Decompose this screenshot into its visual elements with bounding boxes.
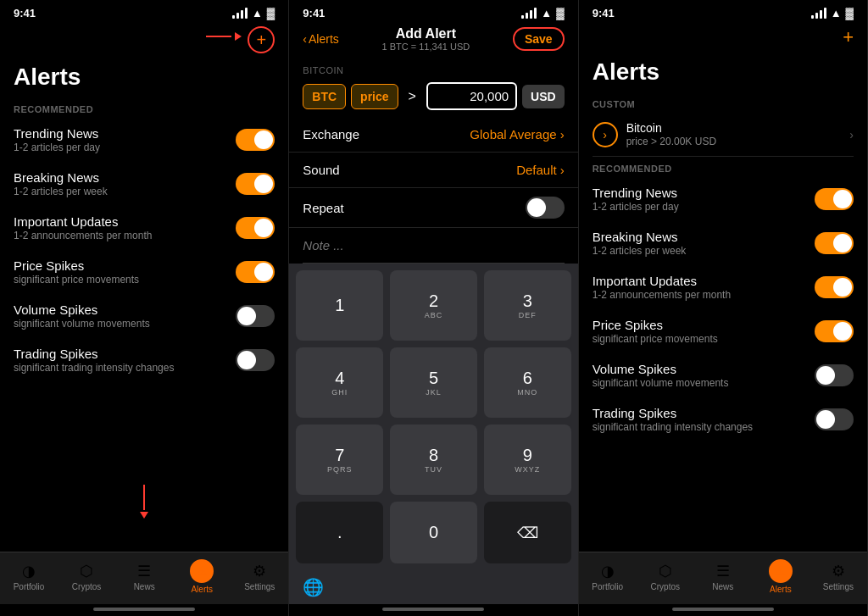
- battery-icon-3: ▓: [846, 7, 854, 19]
- nav-alerts-3[interactable]: ⚠ Alerts: [760, 559, 802, 594]
- key-5[interactable]: 5 JKL: [390, 347, 477, 418]
- custom-alert-bitcoin[interactable]: › Bitcoin price > 20.00K USD ›: [579, 113, 867, 156]
- nav-news-1[interactable]: ☰ News: [123, 562, 165, 591]
- status-bar-1: 9:41 ▲ ▓: [0, 0, 288, 23]
- alert-item-trading-spikes-1: Trading Spikes significant trading inten…: [0, 338, 288, 382]
- signal-icon-2: [521, 8, 537, 19]
- time-3: 9:41: [593, 7, 615, 19]
- exchange-value: Global Average ›: [470, 127, 564, 142]
- value-field[interactable]: 20,000: [426, 82, 517, 110]
- exchange-label: Exchange: [303, 127, 359, 142]
- toggle-volume-spikes-3[interactable]: [815, 364, 854, 386]
- alerts-icon-1: ⚠: [197, 564, 208, 578]
- bitcoin-alert-name: Bitcoin: [626, 121, 716, 135]
- btc-chip[interactable]: BTC: [303, 84, 346, 109]
- back-label: Alerts: [309, 32, 339, 46]
- settings-icon-3: ⚙: [832, 562, 845, 580]
- nav-news-label-3: News: [712, 582, 733, 591]
- cryptos-icon-1: ⬡: [80, 562, 93, 580]
- panel-alerts-list: 9:41 ▲ ▓ + Alerts RECOMMENDED Trending N…: [0, 0, 289, 616]
- back-button[interactable]: ‹ Alerts: [303, 32, 338, 46]
- add-alert-button[interactable]: +: [248, 26, 275, 53]
- repeat-row: Repeat: [289, 188, 577, 228]
- wifi-icon-3: ▲: [831, 7, 842, 19]
- toggle-trending-news-3[interactable]: [815, 188, 854, 210]
- bitcoin-alert-desc: price > 20.00K USD: [626, 136, 716, 147]
- condition-row: BTC price > 20,000 USD: [303, 82, 564, 110]
- key-2[interactable]: 2 ABC: [390, 270, 477, 341]
- nav-cryptos-3[interactable]: ⬡ Cryptos: [644, 562, 687, 591]
- toggle-important-updates-3[interactable]: [815, 276, 854, 298]
- key-7[interactable]: 7 PQRS: [296, 425, 383, 495]
- save-button[interactable]: Save: [513, 27, 565, 51]
- nav-alerts-1[interactable]: ⚠ Alerts: [181, 559, 223, 594]
- alert-item-trending-news-1: Trending News 1-2 articles per day: [0, 118, 288, 162]
- chevron-right-icon: ›: [560, 127, 565, 142]
- key-6[interactable]: 6 MNO: [484, 347, 571, 418]
- alert-item-trading-spikes-3: Trading Spikes significant trading inten…: [579, 397, 867, 441]
- alert-item-breaking-news-1: Breaking News 1-2 articles per week: [0, 162, 288, 206]
- key-9[interactable]: 9 WXYZ: [484, 425, 571, 495]
- bitcoin-label: BITCOIN: [303, 65, 564, 75]
- nav-cryptos-label-1: Cryptos: [72, 582, 101, 591]
- sound-row[interactable]: Sound Default ›: [289, 153, 577, 188]
- note-input[interactable]: [303, 228, 564, 263]
- nav-bar-1: ◑ Portfolio ⬡ Cryptos ☰ News ⚠ Alerts ⚙ …: [0, 552, 288, 604]
- exchange-row[interactable]: Exchange Global Average ›: [289, 117, 577, 153]
- delete-icon: ⌫: [517, 524, 538, 542]
- nav-news-3[interactable]: ☰ News: [702, 562, 744, 591]
- panel-alerts-custom: 9:41 ▲ ▓ + Alerts CUSTOM › Bitcoin price…: [579, 0, 868, 616]
- toggle-trending-news-1[interactable]: [236, 129, 275, 151]
- alert-item-important-updates-1: Important Updates 1-2 announcements per …: [0, 206, 288, 250]
- nav-portfolio-3[interactable]: ◑ Portfolio: [587, 562, 629, 591]
- down-arrow-indicator: [140, 485, 148, 519]
- alert-item-volume-spikes-3: Volume Spikes significant volume movemen…: [579, 353, 867, 397]
- time-1: 9:41: [14, 7, 36, 19]
- alert-item-breaking-news-3: Breaking News 1-2 articles per week: [579, 221, 867, 265]
- toggle-breaking-news-1[interactable]: [236, 173, 275, 195]
- nav-settings-3[interactable]: ⚙ Settings: [817, 562, 860, 591]
- nav-settings-label-3: Settings: [823, 582, 854, 591]
- repeat-toggle[interactable]: [526, 197, 565, 219]
- alert-item-important-updates-3: Important Updates 1-2 announcements per …: [579, 265, 867, 309]
- add-alert-title: Add Alert: [382, 26, 470, 42]
- panel2-header: ‹ Alerts Add Alert 1 BTC = 11,341 USD Sa…: [289, 23, 577, 58]
- key-1[interactable]: 1: [296, 270, 383, 341]
- nav-cryptos-1[interactable]: ⬡ Cryptos: [65, 562, 108, 591]
- home-indicator-2: [382, 608, 484, 611]
- alert-item-price-spikes-3: Price Spikes significant price movements: [579, 309, 867, 353]
- nav-portfolio-1[interactable]: ◑ Portfolio: [8, 562, 50, 591]
- currency-chip[interactable]: USD: [522, 85, 565, 108]
- nav-bar-3: ◑ Portfolio ⬡ Cryptos ☰ News ⚠ Alerts ⚙ …: [579, 552, 867, 604]
- status-icons-2: ▲ ▓: [521, 7, 564, 19]
- toggle-price-spikes-3[interactable]: [815, 320, 854, 342]
- globe-icon[interactable]: 🌐: [303, 577, 324, 597]
- nav-settings-1[interactable]: ⚙ Settings: [238, 562, 281, 591]
- delete-key[interactable]: ⌫: [484, 502, 571, 563]
- toggle-breaking-news-3[interactable]: [815, 232, 854, 254]
- toggle-important-updates-1[interactable]: [236, 217, 275, 239]
- nav-alerts-label-1: Alerts: [191, 585, 213, 594]
- toggle-trading-spikes-1[interactable]: [236, 349, 275, 371]
- toggle-price-spikes-1[interactable]: [236, 261, 275, 283]
- operator-label: >: [403, 86, 421, 108]
- nav-portfolio-label-1: Portfolio: [14, 582, 45, 591]
- toggle-volume-spikes-1[interactable]: [236, 305, 275, 327]
- price-chip[interactable]: price: [351, 84, 398, 109]
- key-3[interactable]: 3 DEF: [484, 270, 571, 341]
- toggle-trading-spikes-3[interactable]: [815, 408, 854, 430]
- panel-add-alert: 9:41 ▲ ▓ ‹ Alerts Add Alert 1 BTC = 11,3…: [289, 0, 578, 616]
- key-dot[interactable]: .: [296, 502, 383, 563]
- battery-icon-1: ▓: [267, 7, 275, 19]
- alerts-badge-3: ⚠: [769, 559, 793, 583]
- sound-label: Sound: [303, 163, 339, 177]
- key-8[interactable]: 8 TUV: [390, 425, 477, 495]
- alert-item-volume-spikes-1: Volume Spikes significant volume movemen…: [0, 294, 288, 338]
- settings-icon-1: ⚙: [253, 562, 266, 580]
- nav-portfolio-label-3: Portfolio: [592, 582, 623, 591]
- add-alert-button-3[interactable]: +: [843, 26, 854, 48]
- news-icon-3: ☰: [716, 562, 730, 580]
- key-4[interactable]: 4 GHI: [296, 347, 383, 418]
- status-icons-1: ▲ ▓: [232, 7, 275, 19]
- key-0[interactable]: 0: [390, 502, 477, 563]
